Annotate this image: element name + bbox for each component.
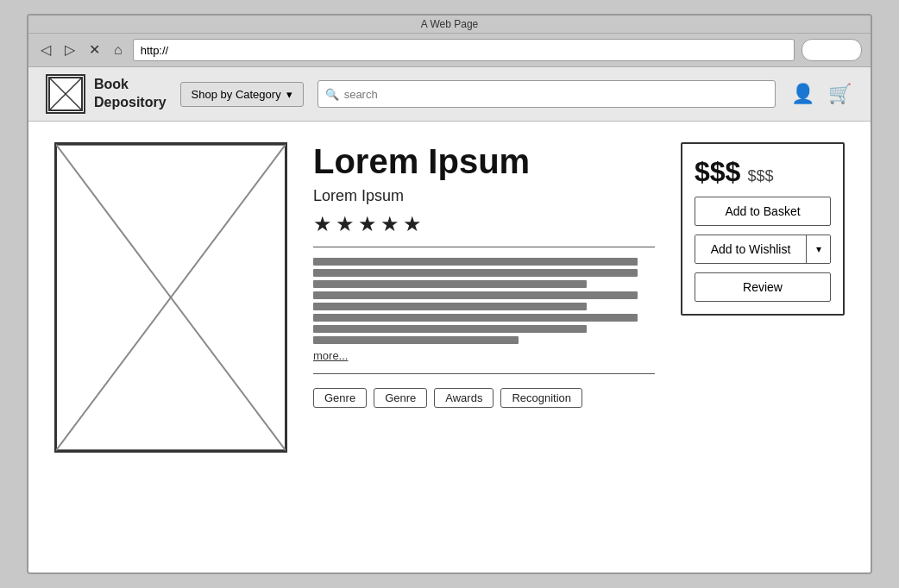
desc-line-2 — [313, 269, 638, 277]
search-icon: 🔍 — [325, 88, 339, 101]
wishlist-dropdown-button[interactable]: ▾ — [806, 235, 830, 263]
desc-line-6 — [313, 314, 638, 322]
desc-line-1 — [313, 258, 638, 266]
add-to-basket-button[interactable]: Add to Basket — [695, 197, 831, 226]
home-button[interactable]: ⌂ — [110, 41, 126, 59]
star-rating: ★ ★ ★ ★ ★ — [313, 212, 655, 236]
close-button[interactable]: ✕ — [85, 41, 104, 59]
description-block: more... — [313, 258, 655, 363]
desc-line-4 — [313, 291, 638, 299]
price-box: $$$ $$$ Add to Basket Add to Wishlist ▾ … — [681, 142, 845, 316]
add-to-wishlist-button[interactable]: Add to Wishlist — [695, 235, 806, 263]
tag-genre-2[interactable]: Genre — [374, 388, 427, 408]
address-bar[interactable] — [133, 39, 795, 61]
product-title: Lorem Ipsum — [313, 142, 655, 180]
wishlist-row: Add to Wishlist ▾ — [695, 235, 831, 264]
tag-genre-1[interactable]: Genre — [313, 388, 367, 408]
page-content: Book Depository Shop by Category ▾ 🔍 👤 🛒 — [28, 67, 871, 572]
browser-window: A Web Page ◁ ▷ ✕ ⌂ Book Depos — [27, 14, 872, 574]
logo-text: Book Depository — [94, 76, 167, 112]
desc-line-7 — [313, 325, 587, 333]
page-title: A Web Page — [421, 18, 479, 30]
nav-bar: ◁ ▷ ✕ ⌂ — [28, 34, 871, 67]
star-5: ★ — [403, 212, 422, 236]
account-icon: 👤 — [791, 83, 814, 104]
site-header: Book Depository Shop by Category ▾ 🔍 👤 🛒 — [28, 67, 871, 122]
title-bar: A Web Page — [28, 16, 871, 34]
shop-category-label: Shop by Category — [192, 88, 281, 101]
star-4: ★ — [380, 212, 399, 236]
desc-line-8 — [313, 336, 519, 344]
dropdown-arrow-icon: ▾ — [286, 88, 292, 101]
browser-search-input[interactable] — [802, 39, 862, 61]
desc-line-3 — [313, 280, 587, 288]
book-image — [54, 142, 287, 453]
logo-icon — [46, 74, 85, 114]
star-2: ★ — [336, 212, 355, 236]
search-container: 🔍 — [317, 80, 776, 108]
header-icons: 👤 🛒 — [789, 81, 853, 107]
product-author: Lorem Ipsum — [313, 187, 655, 205]
tag-recognition[interactable]: Recognition — [500, 388, 582, 408]
account-button[interactable]: 👤 — [789, 81, 816, 107]
main-content: Lorem Ipsum Lorem Ipsum ★ ★ ★ ★ ★ — [28, 122, 871, 473]
tag-awards[interactable]: Awards — [434, 388, 494, 408]
product-details: Lorem Ipsum Lorem Ipsum ★ ★ ★ ★ ★ — [313, 142, 655, 453]
price-original: $$$ — [747, 167, 773, 185]
divider-top — [313, 247, 655, 247]
search-input[interactable] — [344, 88, 768, 101]
star-1: ★ — [313, 212, 332, 236]
basket-icon: 🛒 — [828, 83, 852, 104]
more-link[interactable]: more... — [313, 349, 348, 362]
price-main: $$$ — [695, 156, 740, 188]
basket-button[interactable]: 🛒 — [827, 81, 853, 107]
logo-area: Book Depository — [46, 74, 167, 114]
divider-bottom — [313, 373, 655, 374]
shop-category-button[interactable]: Shop by Category ▾ — [180, 82, 304, 107]
star-3: ★ — [358, 212, 377, 236]
forward-button[interactable]: ▷ — [61, 41, 79, 59]
review-button[interactable]: Review — [695, 272, 831, 302]
back-button[interactable]: ◁ — [37, 41, 54, 59]
desc-line-5 — [313, 303, 587, 310]
price-row: $$$ $$$ — [695, 156, 831, 188]
tags-row: Genre Genre Awards Recognition — [313, 388, 655, 408]
